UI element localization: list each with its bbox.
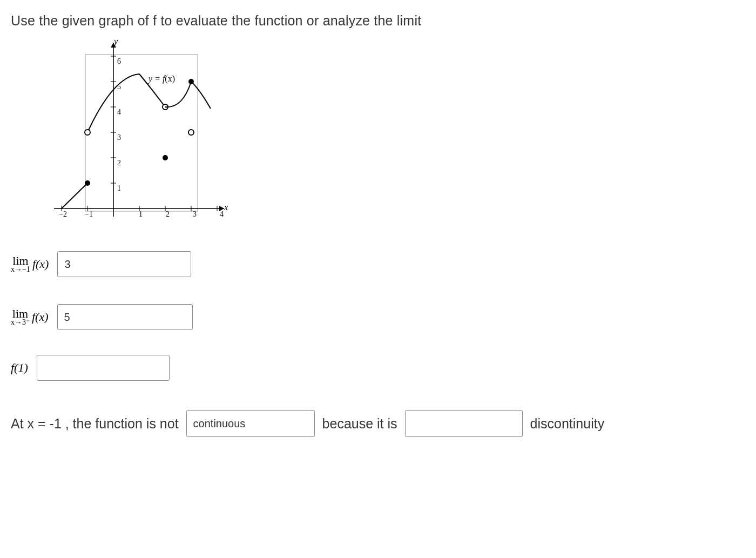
f-of-1-label: f(1): [11, 361, 28, 375]
tick-x-2: 2: [166, 210, 170, 219]
graph-figure: y x y = f(x) −2 −1 1 2 3 4 1 2 3 4 5 6: [38, 38, 232, 238]
tick-y-2: 2: [117, 159, 121, 167]
tick-x-1: 1: [139, 210, 143, 219]
axis-y-label: y: [114, 37, 118, 46]
sentence-part-2: because it is: [322, 416, 397, 432]
tick-x-3: 3: [193, 210, 197, 219]
question-prompt: Use the given graph of f to evaluate the…: [11, 13, 745, 29]
tick-x-4: 4: [220, 210, 224, 219]
svg-point-21: [163, 155, 168, 160]
tick-y-3: 3: [117, 133, 121, 142]
question-row-1: lim x→−1 f(x): [11, 251, 745, 277]
tick-y-6: 6: [117, 57, 121, 66]
tick-y-1: 1: [117, 184, 121, 193]
sentence-part-3: discontinuity: [530, 416, 605, 432]
tick-x-minus-1: −1: [85, 210, 93, 219]
continuity-sentence: At x = -1 , the function is not because …: [11, 410, 745, 437]
answer-input-limit-neg1[interactable]: [57, 251, 191, 277]
tick-x-minus-2: −2: [59, 210, 67, 219]
sentence-part-1: At x = -1 , the function is not: [11, 416, 179, 432]
svg-point-19: [85, 130, 90, 135]
limit-label-2: lim x→3⁻ f(x): [11, 308, 49, 326]
svg-point-22: [188, 130, 194, 135]
question-row-2: lim x→3⁻ f(x): [11, 304, 745, 330]
axis-x-label: x: [224, 203, 228, 212]
answer-input-f-of-1[interactable]: [37, 355, 170, 381]
graph-svg: [38, 38, 232, 233]
svg-line-17: [62, 183, 87, 209]
limit-label-1: lim x→−1 f(x): [11, 255, 49, 273]
answer-input-limit-3-left[interactable]: [57, 304, 193, 330]
svg-point-18: [85, 180, 90, 186]
answer-input-discontinuity-type[interactable]: [405, 410, 523, 437]
function-label: y = f(x): [148, 74, 175, 84]
question-row-3: f(1): [11, 355, 745, 381]
tick-y-4: 4: [117, 108, 121, 117]
svg-rect-0: [85, 55, 198, 211]
answer-input-not-blank[interactable]: [186, 410, 315, 437]
tick-y-5: 5: [117, 83, 121, 91]
